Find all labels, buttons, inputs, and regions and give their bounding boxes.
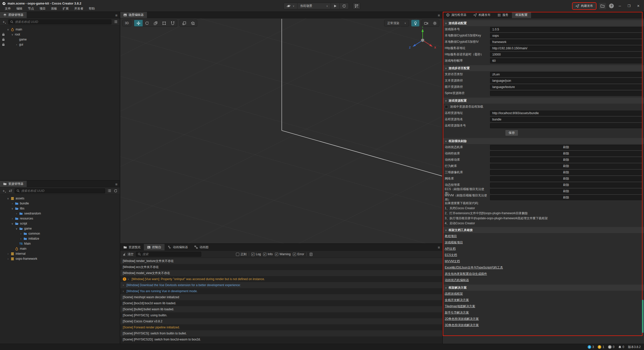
crypto-key-field[interactable]	[490, 33, 642, 38]
crypto-iv-field[interactable]	[490, 39, 642, 45]
filter-error-checkbox[interactable]: ✓Error	[293, 252, 304, 256]
platform-select-button[interactable]: ∨	[284, 3, 297, 9]
section-resources[interactable]: ∨游戏资源配置	[443, 98, 644, 104]
expand-arrow-icon[interactable]: ›	[11, 202, 14, 205]
tab-assets[interactable]: 资源管理器	[0, 181, 27, 187]
link-fullstack-solution[interactable]: 全栈开发解决方案	[445, 297, 469, 303]
console-search-input[interactable]	[142, 252, 199, 256]
tree-node-main[interactable]: ∨ main	[0, 27, 120, 32]
panel-menu-icon[interactable]: ≡	[115, 181, 117, 187]
scene-select-dropdown[interactable]: 当前场景 ∨	[297, 3, 331, 9]
expand-arrow-icon[interactable]: ∨	[11, 222, 14, 225]
error-count[interactable]: ✕0	[608, 345, 615, 349]
tab-asset-preview[interactable]: 资源预览	[120, 244, 144, 250]
http-timeout-field[interactable]	[490, 52, 642, 57]
build-publish-button[interactable]: 构建发布	[573, 3, 596, 9]
lang-json-path-field[interactable]	[490, 78, 642, 83]
hierarchy-search[interactable]	[8, 19, 111, 24]
link-mvvm-docs[interactable]: MVVM文档	[445, 258, 460, 265]
http-server-field[interactable]	[490, 46, 642, 51]
link-tutorial-project[interactable]: 教程项目	[445, 233, 457, 239]
log-row[interactable]: [Scene] [PHYSICS]: using builtin.	[120, 312, 442, 318]
log-row[interactable]: [Scene] Cocos Creator v3.8.2	[120, 318, 442, 324]
expand-arrow-icon[interactable]: ∨	[7, 28, 9, 31]
expand-arrow-icon[interactable]: ∨	[11, 33, 14, 36]
scale-tool-button[interactable]	[151, 20, 160, 26]
lock-icon[interactable]	[2, 43, 5, 46]
close-button[interactable]: ✕	[635, 4, 641, 8]
lock-icon[interactable]	[2, 33, 5, 36]
lang-texture-path-field[interactable]	[490, 84, 642, 90]
menu-project[interactable]: 项目	[37, 6, 48, 11]
snap-tool-button[interactable]	[180, 20, 188, 26]
tree-node-seedrandom[interactable]: › seedrandom	[0, 211, 120, 216]
clear-console-button[interactable]: 清空	[123, 252, 134, 256]
tree-node-common[interactable]: › common	[0, 231, 120, 236]
render-mode-dropdown[interactable]: 正常渲染 ∨	[384, 20, 409, 26]
log-row-link[interactable]: › [Window] You are running Vue in develo…	[120, 288, 442, 294]
languages-field[interactable]	[490, 72, 642, 77]
assets-search[interactable]	[15, 188, 105, 193]
preview-qr-button[interactable]	[353, 3, 360, 9]
tab-property-inspector[interactable]: 属性检查器	[443, 12, 470, 18]
log-file-icon[interactable]	[309, 252, 313, 257]
lighting-toggle-button[interactable]	[411, 20, 419, 26]
remove-module-animator-button[interactable]: 剔除	[490, 145, 642, 150]
log-row[interactable]: [Scene] [box2d]:box2d wasm lib loaded.	[120, 300, 442, 306]
assets-search-input[interactable]	[21, 189, 103, 193]
log-row[interactable]: [Window] render_texture文件夹不存在	[120, 258, 442, 264]
filter-list-icon[interactable]	[113, 19, 118, 24]
link-wargame-framework[interactable]: 战棋游戏框架	[445, 291, 463, 297]
rotate-tool-button[interactable]	[143, 20, 151, 26]
expand-arrow-icon[interactable]: ›	[7, 252, 9, 255]
warning-count[interactable]: !1	[598, 345, 604, 349]
rect-tool-button[interactable]	[160, 20, 168, 26]
tab-animation-graph[interactable]: 动画图	[191, 244, 212, 250]
restart-button[interactable]	[340, 3, 349, 9]
expand-arrow-icon[interactable]: ›	[11, 217, 14, 220]
tree-node-main-scene[interactable]: main	[0, 246, 120, 251]
link-2d-rpg-solution[interactable]: 2D角色扮演游戏解决方案	[445, 316, 479, 322]
remove-module-effect-button[interactable]: 剔除	[490, 151, 642, 156]
menu-extension[interactable]: 扩展	[60, 6, 71, 11]
log-row[interactable]: [Scene] [PHYSICS2D]: switch from box2d-w…	[120, 336, 442, 342]
link-3d-rpg-solution[interactable]: 3D角色扮演游戏解决方案	[445, 322, 479, 328]
menu-developer[interactable]: 开发者	[72, 6, 86, 11]
notification-count[interactable]: 0	[618, 345, 624, 349]
link-excel-tool[interactable]: Excel格式转Json文件与TypeScript代码工具	[445, 265, 503, 271]
tree-node-initialize[interactable]: › initialize	[0, 236, 120, 241]
tree-node-assets[interactable]: ∨ assets	[0, 196, 120, 201]
remote-version-field[interactable]	[490, 123, 642, 128]
link-guide-solution[interactable]: 新手引导解决方案	[445, 310, 469, 316]
sort-assets-icon[interactable]	[8, 188, 13, 193]
section-modules[interactable]: ∨框架模块剔除	[443, 138, 644, 144]
add-node-button[interactable]: +▾	[2, 19, 7, 24]
regex-checkbox[interactable]: 正则	[236, 252, 247, 256]
remove-module-network-button[interactable]: 剔除	[490, 176, 642, 181]
link-template-project[interactable]: 游戏模板项目	[445, 239, 463, 246]
console-search[interactable]	[136, 252, 201, 257]
menu-edit[interactable]: 编辑	[14, 6, 25, 11]
section-solutions[interactable]: ∨框架解决方案	[443, 285, 644, 291]
open-folder-button[interactable]	[599, 3, 606, 9]
section-language[interactable]: ∨游戏多语言配置	[443, 65, 644, 71]
tab-build-publish[interactable]: 构建发布	[470, 12, 494, 18]
log-row[interactable]: [Scene] [PHYSICS]: switch from builtin t…	[120, 330, 442, 336]
spine-path-field[interactable]	[490, 91, 642, 96]
camera-icon-button[interactable]	[422, 20, 430, 26]
save-button[interactable]: 保存	[505, 130, 518, 136]
mode-3d-button[interactable]: 3D	[122, 20, 131, 26]
game-version-field[interactable]	[490, 27, 642, 32]
link-tiledmap-solution[interactable]: Tiledmap地图解决方案	[445, 303, 475, 310]
tab-framework-config[interactable]: 框架配置	[512, 12, 531, 18]
log-row[interactable]: [Scene] meshopt wasm decoder initialized	[120, 294, 442, 300]
minimize-button[interactable]: ─	[617, 4, 623, 8]
tree-node-game-folder[interactable]: ∨ game	[0, 226, 120, 231]
log-row[interactable]: [Scene] [bullet]:bullet wasm lib loaded.	[120, 306, 442, 312]
checkbox-icon[interactable]	[445, 105, 448, 108]
move-tool-button[interactable]	[134, 20, 143, 26]
refresh-icon[interactable]	[113, 188, 118, 193]
log-row[interactable]: [Window] model_view文件夹不存在	[120, 270, 442, 276]
remove-module-texture-button[interactable]: 剔除	[490, 183, 642, 188]
scrollbar-thumb[interactable]	[642, 300, 643, 333]
